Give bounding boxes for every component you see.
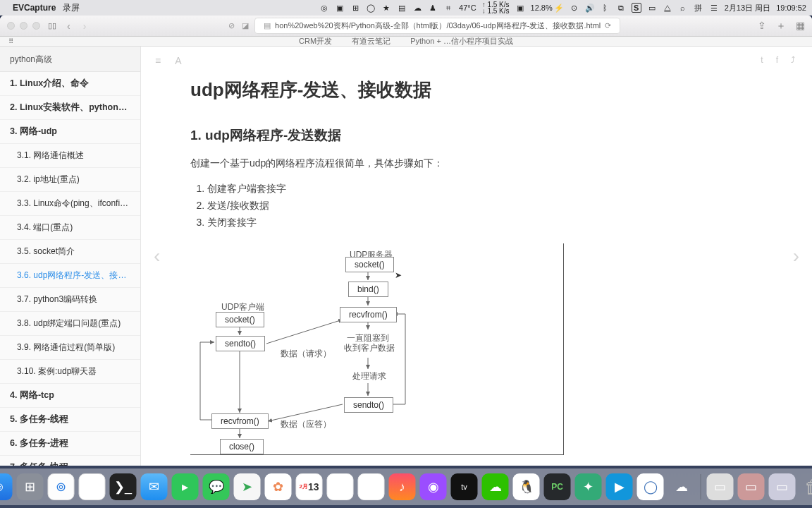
app-icon[interactable]: ▶ <box>606 473 633 500</box>
sidebar-item[interactable]: 3.10. 案例:udp聊天器 <box>0 360 140 384</box>
safari-app-icon[interactable]: ⊚ <box>48 473 75 500</box>
safari-toolbar: ▯▯ ‹ › ⊘ ◪ ▤ hon%20web%20资料/Python高级-全部（… <box>0 16 812 37</box>
sidebar-item[interactable]: 3.6. udp网络程序-发送、接收数据… <box>0 264 140 288</box>
battery-status[interactable]: 12.8%⚡ <box>531 4 564 13</box>
twitter-share-icon[interactable]: t <box>761 55 763 65</box>
wechat-app-icon[interactable]: ☁ <box>482 473 509 500</box>
volume-icon[interactable]: 🔊 <box>585 3 595 13</box>
input-menu-icon[interactable]: 拼 <box>694 3 703 13</box>
maps-app-icon[interactable]: ➤ <box>234 473 261 500</box>
sidebar-item[interactable]: 1. Linux介绍、命令 <box>0 72 140 96</box>
sidebar-item[interactable]: 5. 多任务-线程 <box>0 408 140 432</box>
next-page-button[interactable]: › <box>793 245 799 267</box>
finder-app-icon[interactable]: ☺ <box>0 473 13 500</box>
bookmark-link[interactable]: 有道云笔记 <box>352 36 390 47</box>
reader-icon[interactable]: ◪ <box>240 21 250 31</box>
facebook-share-icon[interactable]: f <box>776 55 778 65</box>
reload-icon[interactable]: ⟳ <box>605 21 611 30</box>
bookmark-link[interactable]: Python + …信小程序项目实战 <box>410 36 513 47</box>
toc-sidebar[interactable]: python高级 1. Linux介绍、命令2. Linux安装软件、pytho… <box>0 47 141 466</box>
search-icon[interactable]: ⌕ <box>678 3 688 13</box>
apps-grid-icon[interactable]: ⠿ <box>8 37 13 45</box>
facetime-app-icon[interactable]: ▸ <box>172 473 199 500</box>
share-icon[interactable]: ⇪ <box>758 20 766 32</box>
sidebar-item[interactable]: 4. 网络-tcp <box>0 384 140 408</box>
sidebar-item[interactable]: 3.2. ip地址(重点) <box>0 168 140 192</box>
terminal-app-icon[interactable]: ❯_ <box>110 473 137 500</box>
control-center-icon[interactable]: ☰ <box>709 3 719 13</box>
back-button[interactable]: ‹ <box>64 20 73 32</box>
chrome-app-icon[interactable]: ◉ <box>79 473 106 500</box>
launchpad-app-icon[interactable]: ⊞ <box>17 473 44 500</box>
app-name[interactable]: EVCapture <box>13 3 56 13</box>
sidebar-item[interactable]: 3. 网络-udp <box>0 120 140 144</box>
tabs-overview-icon[interactable]: ▦ <box>796 20 805 32</box>
sidebar-item[interactable]: 7. 多任务-协程 <box>0 456 140 466</box>
app-icon[interactable]: ◯ <box>637 473 664 500</box>
minimized-window-icon[interactable]: ▭ <box>738 473 765 500</box>
messages-app-icon[interactable]: 💬 <box>203 473 230 500</box>
sidebar-item[interactable]: 3.3. Linux命令(ping、ifconfig等) <box>0 192 140 216</box>
wifi-icon[interactable]: ⧋ <box>663 3 672 13</box>
status-icon[interactable]: ⊙ <box>570 3 579 13</box>
status-icon[interactable]: ◯ <box>366 3 376 13</box>
new-tab-icon[interactable]: ＋ <box>776 20 786 32</box>
sidebar-item[interactable]: 3.4. 端口(重点) <box>0 216 140 240</box>
tv-app-icon[interactable]: tv <box>451 473 478 500</box>
photos-app-icon[interactable]: ✿ <box>265 473 292 500</box>
font-icon[interactable]: A <box>175 55 181 66</box>
macos-dock[interactable]: ☺ ⊞ ⊚ ◉ ❯_ ✉ ▸ 💬 ➤ ✿ 2月13 ☰ ▥ ♪ ◉ tv ☁ 🐧… <box>0 468 812 505</box>
music-app-icon[interactable]: ♪ <box>389 473 416 500</box>
share-icon[interactable]: ⤴ <box>791 55 795 65</box>
sidebar-item[interactable]: 3.9. 网络通信过程(简单版) <box>0 336 140 360</box>
sidebar-item[interactable]: 3.1. 网络通信概述 <box>0 144 140 168</box>
status-icon[interactable]: ♟ <box>428 3 438 13</box>
sidebar-item[interactable]: 3.7. python3编码转换 <box>0 288 140 312</box>
sidebar-item[interactable]: 3.5. socket简介 <box>0 240 140 264</box>
close-window-icon[interactable] <box>7 22 15 30</box>
menubar-time[interactable]: 19:09:52 <box>776 4 806 12</box>
wechat-menu-icon[interactable]: ☁ <box>412 3 422 13</box>
battery-icon[interactable]: ▭ <box>647 3 657 13</box>
status-icon[interactable]: ⧉ <box>616 3 626 13</box>
status-icon[interactable]: ★ <box>381 3 391 13</box>
sidebar-item[interactable]: 2. Linux安装软件、python开发环境 <box>0 96 140 120</box>
minimize-window-icon[interactable] <box>20 22 27 30</box>
menu-record[interactable]: 录屏 <box>63 2 80 14</box>
podcasts-app-icon[interactable]: ◉ <box>420 473 447 500</box>
zoom-window-icon[interactable] <box>32 22 40 30</box>
diagram-box: close() <box>220 439 264 454</box>
pycharm-app-icon[interactable]: PC <box>544 473 571 500</box>
status-icon[interactable]: ▤ <box>397 3 407 13</box>
status-icon[interactable]: S <box>632 3 641 13</box>
sidebar-item[interactable]: 6. 多任务-进程 <box>0 432 140 456</box>
calendar-app-icon[interactable]: 2月13 <box>296 473 323 500</box>
reminders-app-icon[interactable]: ☰ <box>327 473 354 500</box>
hamburger-icon[interactable]: ≡ <box>155 55 161 66</box>
diagram-edge-label: 数据（请求） <box>281 348 331 360</box>
address-bar[interactable]: ▤ hon%20web%20资料/Python高级-全部（html版）/03da… <box>254 18 620 34</box>
minimized-window-icon[interactable]: ▭ <box>769 473 796 500</box>
bookmark-link[interactable]: CRM开发 <box>299 36 332 47</box>
status-icon[interactable]: ▣ <box>335 3 345 13</box>
app-icon[interactable]: ✦ <box>575 473 602 500</box>
article-content[interactable]: ≡ A t f ⤴ ‹ › udp网络程序-发送、接收数据 1. udp网络程序… <box>141 47 812 466</box>
qq-app-icon[interactable]: 🐧 <box>513 473 540 500</box>
mail-app-icon[interactable]: ✉ <box>141 473 168 500</box>
forward-button[interactable]: › <box>80 20 90 32</box>
status-icon[interactable]: ◎ <box>319 3 329 13</box>
status-icon[interactable]: ▣ <box>515 3 525 13</box>
privacy-icon[interactable]: ⊘ <box>226 21 236 31</box>
window-controls[interactable] <box>7 22 40 30</box>
sidebar-toggle-icon[interactable]: ▯▯ <box>47 21 57 31</box>
notes-app-icon[interactable]: ▥ <box>358 473 385 500</box>
menubar-date[interactable]: 2月13日 周日 <box>725 3 770 13</box>
prev-page-button[interactable]: ‹ <box>154 245 160 267</box>
trash-icon[interactable]: 🗑 <box>800 473 813 500</box>
sidebar-item[interactable]: 3.8. udp绑定端口问题(重点) <box>0 312 140 336</box>
bluetooth-icon[interactable]: ᛒ <box>601 3 610 13</box>
status-icon[interactable]: ⊞ <box>350 3 360 13</box>
app-icon[interactable]: ☁ <box>668 473 695 500</box>
status-icon[interactable]: ⌗ <box>443 3 453 13</box>
minimized-window-icon[interactable]: ▭ <box>707 473 734 500</box>
